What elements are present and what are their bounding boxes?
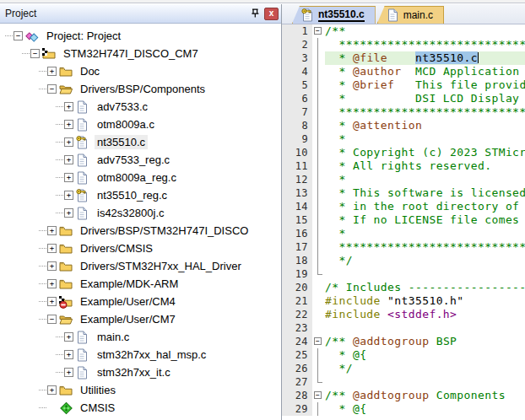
code-line: 12 * [282, 173, 525, 186]
fold-collapse-icon[interactable]: − [314, 337, 322, 345]
expand-plus-toggle[interactable]: + [47, 385, 57, 395]
expand-plus-toggle[interactable]: + [47, 226, 57, 235]
folder-icon [59, 260, 73, 273]
fold-collapse-icon[interactable]: − [314, 27, 322, 35]
code-token: MCD Application Team [402, 65, 525, 78]
file-icon [76, 118, 90, 132]
code-line: 15 * If no LICENSE file comes with this … [282, 213, 525, 227]
expand-plus-toggle[interactable]: + [47, 244, 57, 253]
tree-item-drivers-bsp-stm32h747i-disco[interactable]: +Drivers/BSP/STM32H747I_DISCO [3, 222, 281, 240]
expand-plus-toggle[interactable]: + [64, 120, 73, 129]
line-number: 26 [282, 362, 312, 375]
code-editor[interactable]: 1−/**2 *********************************… [282, 24, 525, 420]
tree-item-drivers-cmsis[interactable]: +Drivers/CMSIS [3, 240, 281, 257]
fold-margin [312, 362, 325, 375]
code-token [387, 51, 415, 64]
code-text: */ [325, 362, 525, 375]
code-line: 20/* Includes --------------------------… [282, 281, 525, 294]
collapse-minus-toggle[interactable]: − [14, 31, 23, 40]
code-token: @file [353, 51, 387, 64]
tree-item-otm8009a-reg-c[interactable]: +otm8009a_reg.c [3, 169, 281, 186]
code-token: * [325, 132, 346, 145]
line-number: 1 [282, 24, 312, 38]
fold-margin [312, 146, 325, 159]
fold-margin [312, 375, 325, 389]
line-number: 21 [282, 294, 312, 308]
tree-item-example-user-cm4[interactable]: +Example/User/CM4 [3, 293, 281, 310]
code-text [325, 267, 525, 281]
tree-item-stm32h7xx-it-c[interactable]: +stm32h7xx_it.c [3, 363, 281, 381]
fold-margin [312, 402, 325, 416]
tree-item-example-mdk-arm[interactable]: +Example/MDK-ARM [3, 275, 281, 293]
collapse-minus-toggle[interactable]: − [47, 315, 57, 324]
fold-margin [312, 308, 325, 321]
pin-icon[interactable] [248, 8, 262, 20]
tree-connector [56, 159, 63, 160]
tree-item-adv7533-reg-c[interactable]: +adv7533_reg.c [3, 151, 281, 169]
fold-margin: − [312, 389, 325, 402]
tree-item-label: CMSIS [78, 401, 117, 415]
code-token: ****************************************… [325, 240, 525, 253]
code-token: @addtogroup [353, 389, 430, 401]
fold-margin [312, 132, 325, 146]
fold-line [317, 254, 318, 267]
file-icon [76, 366, 90, 380]
tree-item-adv7533-c[interactable]: +adv7533.c [3, 98, 281, 116]
code-text: #include <stddef.h> [325, 308, 525, 321]
code-text: * This software is licensed under terms [325, 186, 525, 200]
tree-item-nt35510-c[interactable]: +nt35510.c [3, 133, 281, 151]
collapse-minus-toggle[interactable]: − [47, 84, 57, 94]
tree-item-utilities[interactable]: +Utilities [3, 381, 281, 399]
tree-item-drivers-stm32h7xx-hal-driver[interactable]: +Drivers/STM32H7xx_HAL_Driver [3, 257, 281, 275]
tree-indent [3, 142, 56, 143]
expand-plus-toggle[interactable]: + [64, 137, 73, 147]
expand-plus-toggle[interactable]: + [64, 332, 73, 342]
tree-item-main-c[interactable]: +main.c [3, 328, 281, 346]
tree-item-label: Example/User/CM7 [78, 312, 178, 326]
expand-plus-toggle[interactable]: + [64, 350, 73, 359]
fold-line [317, 92, 318, 105]
code-line: 28−/** @addtogroup Components [282, 389, 525, 402]
tree-indent [3, 407, 39, 408]
expand-plus-toggle[interactable]: + [64, 191, 73, 200]
tree-item-stm32h7xx-hal-msp-c[interactable]: +stm32h7xx_hal_msp.c [3, 346, 281, 363]
expand-plus-toggle[interactable]: + [64, 173, 73, 182]
collapse-minus-toggle[interactable]: − [30, 49, 40, 58]
tree-indent [3, 195, 56, 196]
expand-plus-toggle[interactable]: + [64, 368, 73, 377]
fold-margin [312, 321, 325, 335]
tree-item-label: nt35510_reg.c [95, 188, 170, 202]
tree-item-otm8009a-c[interactable]: +otm8009a.c [3, 116, 281, 133]
tree-item-doc[interactable]: +Doc [3, 62, 281, 80]
tree-item-stm32h747i-disco-cm7[interactable]: −STM32H747I_DISCO_CM7 [3, 45, 281, 62]
folder-open-icon [59, 313, 73, 326]
tab-main-c[interactable]: main.c [377, 6, 444, 24]
line-number: 8 [282, 119, 312, 132]
file-key-icon [76, 189, 90, 202]
expand-plus-toggle[interactable]: + [64, 155, 73, 164]
expand-plus-toggle[interactable]: + [64, 208, 73, 218]
code-text: * If no LICENSE file comes with this sof [325, 213, 525, 227]
expand-plus-toggle[interactable]: + [64, 102, 73, 111]
tree-item-project-project[interactable]: −Project: Project [3, 27, 281, 45]
expand-plus-toggle[interactable]: + [47, 67, 57, 76]
tree-indent [3, 213, 56, 213]
expand-plus-toggle[interactable]: + [47, 261, 57, 271]
code-text [325, 375, 525, 389]
tree-connector [39, 89, 46, 89]
tree-item-example-user-cm7[interactable]: −Example/User/CM7 [3, 310, 281, 328]
tree-item-label: otm8009a_reg.c [95, 170, 179, 185]
file-icon [76, 207, 90, 220]
code-token: ****************************************… [325, 105, 525, 118]
expand-plus-toggle[interactable]: + [47, 297, 57, 306]
tab-nt35510-c[interactable]: nt35510.c [292, 6, 376, 24]
code-token: @author [353, 65, 402, 78]
expand-plus-toggle[interactable]: + [47, 279, 57, 288]
tree-item-is42s32800j-c[interactable]: +is42s32800j.c [3, 204, 281, 222]
tree-item-nt35510-reg-c[interactable]: +nt35510_reg.c [3, 186, 281, 204]
tree-item-cmsis[interactable]: CMSIS [3, 399, 281, 417]
fold-collapse-icon[interactable]: − [314, 391, 322, 399]
close-icon[interactable]: x [264, 8, 279, 20]
fold-margin [312, 200, 325, 213]
tree-item-drivers-bsp-components[interactable]: −Drivers/BSP/Components [3, 80, 281, 98]
